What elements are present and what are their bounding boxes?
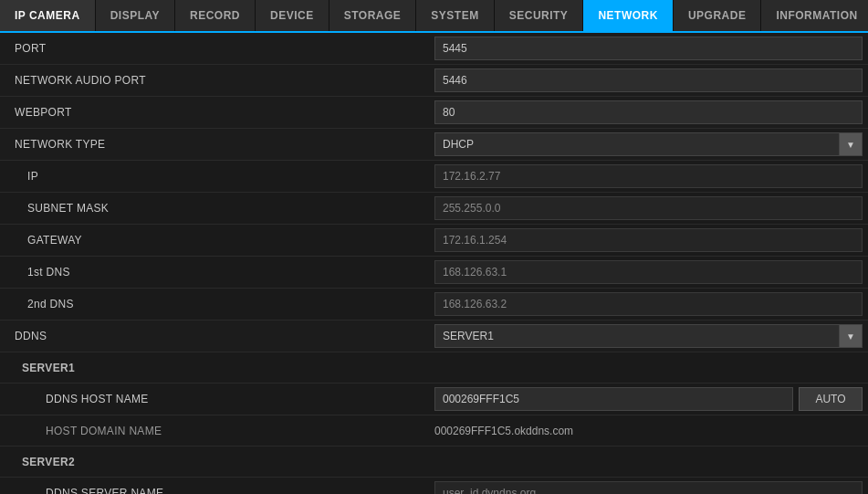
dns2-input[interactable] <box>434 292 863 316</box>
ddns-row: DDNS SERVER1 SERVER2 ▼ <box>0 321 868 352</box>
ip-row: IP <box>0 161 868 193</box>
network-type-select-wrapper: DHCP STATIC PPPoE ▼ <box>434 132 863 156</box>
dns2-value-col <box>429 289 868 320</box>
tab-record[interactable]: RECORD <box>175 0 256 31</box>
ddns-host-name-label: DDNS HOST NAME <box>0 387 429 411</box>
ddns-server-name-input[interactable] <box>434 481 863 494</box>
server1-label: SERVER1 <box>0 356 429 380</box>
ip-label: IP <box>0 164 429 188</box>
gateway-label: GATEWAY <box>0 228 429 252</box>
network-audio-port-input[interactable] <box>434 68 863 92</box>
dns2-row: 2nd DNS <box>0 289 868 321</box>
tab-bar: IP CAMERA DISPLAY RECORD DEVICE STORAGE … <box>0 0 868 33</box>
gateway-row: GATEWAY <box>0 225 868 257</box>
ip-input[interactable] <box>434 164 863 188</box>
network-type-row: NETWORK TYPE DHCP STATIC PPPoE ▼ <box>0 129 868 161</box>
dns1-row: 1st DNS <box>0 257 868 289</box>
ddns-server-name-row: DDNS SERVER NAME <box>0 478 868 494</box>
host-domain-name-value: 000269FFF1C5.okddns.com <box>434 421 573 441</box>
ddns-server-name-value-col <box>429 478 868 494</box>
ddns-select-wrapper: SERVER1 SERVER2 ▼ <box>434 324 863 348</box>
host-domain-name-label: HOST DOMAIN NAME <box>0 419 429 443</box>
tab-device[interactable]: DEVICE <box>256 0 329 31</box>
network-audio-port-label: NETWORK AUDIO PORT <box>0 68 429 92</box>
tab-security[interactable]: SECURITY <box>495 0 584 31</box>
ddns-value-col: SERVER1 SERVER2 ▼ <box>429 321 868 352</box>
ddns-server-name-label: DDNS SERVER NAME <box>0 481 429 494</box>
network-type-label: NETWORK TYPE <box>0 132 429 156</box>
port-input[interactable] <box>434 37 863 60</box>
server2-header-row: SERVER2 <box>0 447 868 478</box>
tab-upgrade[interactable]: UPGRADE <box>674 0 762 31</box>
network-audio-port-value-col <box>429 65 868 96</box>
subnet-mask-label: SUBNET MASK <box>0 196 429 220</box>
subnet-mask-value-col <box>429 193 868 224</box>
network-audio-port-row: NETWORK AUDIO PORT <box>0 65 868 97</box>
host-domain-name-value-col: 000269FFF1C5.okddns.com <box>429 417 868 445</box>
dns2-label: 2nd DNS <box>0 292 429 316</box>
webport-row: WEBPORT <box>0 97 868 129</box>
webport-value-col <box>429 97 868 128</box>
server1-header-row: SERVER1 <box>0 352 868 384</box>
network-type-select[interactable]: DHCP STATIC PPPoE <box>434 132 863 156</box>
subnet-mask-row: SUBNET MASK <box>0 193 868 225</box>
tab-ip-camera[interactable]: IP CAMERA <box>0 0 96 31</box>
tab-system[interactable]: SYSTEM <box>416 0 494 31</box>
host-domain-name-row: HOST DOMAIN NAME 000269FFF1C5.okddns.com <box>0 415 868 447</box>
tab-information[interactable]: INFORMATION <box>761 0 868 31</box>
ddns-label: DDNS <box>0 324 429 348</box>
subnet-mask-input[interactable] <box>434 196 863 220</box>
network-settings-panel: PORT NETWORK AUDIO PORT WEBPORT NETWORK … <box>0 33 868 494</box>
tab-storage[interactable]: STORAGE <box>329 0 417 31</box>
server2-label: SERVER2 <box>0 450 429 474</box>
gateway-input[interactable] <box>434 228 863 252</box>
network-type-value-col: DHCP STATIC PPPoE ▼ <box>429 129 868 160</box>
ddns-select[interactable]: SERVER1 SERVER2 <box>434 324 863 348</box>
ddns-host-name-input[interactable] <box>434 387 793 411</box>
ddns-host-name-value-col: AUTO <box>429 384 868 415</box>
webport-input[interactable] <box>434 100 863 124</box>
port-row: PORT <box>0 33 868 65</box>
auto-button[interactable]: AUTO <box>799 387 863 411</box>
ip-value-col <box>429 161 868 192</box>
dns1-label: 1st DNS <box>0 260 429 284</box>
webport-label: WEBPORT <box>0 100 429 124</box>
port-label: PORT <box>0 37 429 60</box>
tab-display[interactable]: DISPLAY <box>96 0 175 31</box>
dns1-value-col <box>429 257 868 288</box>
port-value-col <box>429 33 868 64</box>
gateway-value-col <box>429 225 868 256</box>
dns1-input[interactable] <box>434 260 863 284</box>
ddns-host-name-row: DDNS HOST NAME AUTO <box>0 384 868 415</box>
tab-network[interactable]: NETWORK <box>583 0 674 31</box>
